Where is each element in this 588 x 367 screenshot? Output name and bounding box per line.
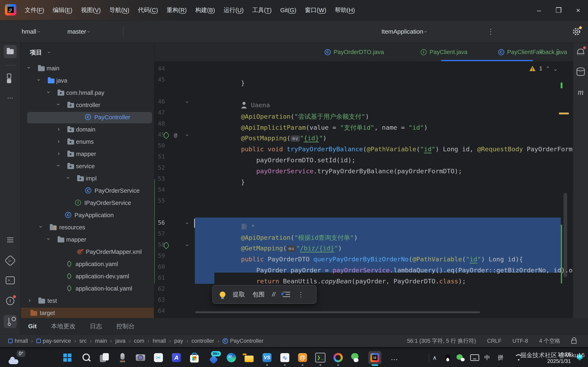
menu-item[interactable]: 帮助(H) bbox=[330, 0, 359, 20]
breadcrumb-item[interactable]: C PayController bbox=[223, 338, 264, 344]
services-icon[interactable]: ▷ bbox=[4, 254, 17, 267]
line-number[interactable]: 52 bbox=[154, 164, 165, 171]
intention-bulb-icon[interactable] bbox=[220, 292, 225, 297]
maven-icon[interactable]: m bbox=[574, 85, 587, 99]
file-explorer-icon[interactable] bbox=[242, 351, 256, 364]
todo-icon[interactable] bbox=[4, 234, 17, 247]
tree-chevron-icon[interactable] bbox=[67, 174, 75, 181]
tool-window-tab[interactable]: 控制台 bbox=[116, 322, 135, 331]
task-view-icon[interactable] bbox=[98, 351, 111, 364]
tree-chevron-icon[interactable] bbox=[48, 235, 55, 242]
menu-item[interactable]: 窗口(W) bbox=[301, 0, 330, 20]
tool-window-tab[interactable]: 日志 bbox=[90, 322, 102, 331]
tree-row[interactable]: C PayController bbox=[21, 111, 154, 124]
app-a-icon[interactable]: A bbox=[170, 351, 183, 364]
microsoft-store-icon[interactable] bbox=[188, 351, 201, 364]
hidden-tabs-chevron-icon[interactable]: › bbox=[538, 51, 545, 53]
editor-tab[interactable]: C PayOrderDTO.java bbox=[318, 43, 389, 61]
tree-row[interactable]: test bbox=[21, 295, 154, 307]
tray-expand-icon[interactable]: ∧ bbox=[429, 352, 440, 363]
line-number[interactable]: 56 bbox=[154, 219, 165, 226]
line-number[interactable]: 64 bbox=[154, 307, 165, 314]
camera-icon[interactable] bbox=[134, 351, 147, 364]
line-number[interactable]: 61 bbox=[154, 274, 165, 281]
breadcrumb-item[interactable]: pay-service bbox=[36, 338, 79, 344]
inspections-widget[interactable]: 1 ⌃ ⌃ bbox=[529, 65, 558, 72]
editor-horizontal-scrollbar[interactable] bbox=[195, 311, 480, 313]
tree-row[interactable]: controller bbox=[21, 99, 154, 111]
project-folder-icon[interactable] bbox=[4, 45, 17, 58]
tree-row[interactable]: application-dev.yaml bbox=[21, 271, 154, 283]
menu-item[interactable]: 编辑(E) bbox=[48, 0, 77, 20]
tree-row[interactable]: com.hmall.pay bbox=[21, 87, 154, 99]
line-number[interactable]: 57 bbox=[154, 230, 165, 237]
line-number[interactable]: 45 bbox=[154, 76, 165, 83]
gutter-icon[interactable] bbox=[183, 241, 191, 250]
wechat-icon[interactable] bbox=[350, 351, 363, 364]
tree-row[interactable]: C PayOrderService bbox=[21, 185, 154, 197]
minimize-button[interactable]: – bbox=[529, 0, 549, 20]
terminal-icon[interactable]: >_ bbox=[4, 274, 17, 287]
tree-chevron-icon[interactable] bbox=[58, 138, 65, 145]
more-tool-windows-icon[interactable]: ⋯ bbox=[4, 91, 17, 104]
line-number[interactable]: 63 bbox=[154, 296, 165, 303]
encoding[interactable]: UTF-8 bbox=[512, 338, 528, 344]
tree-row[interactable]: PayOrderMapper.xml bbox=[21, 246, 154, 258]
line-ending[interactable]: CRLF bbox=[487, 338, 502, 344]
breadcrumb-item[interactable]: src bbox=[79, 338, 95, 344]
version-control-icon[interactable] bbox=[4, 315, 17, 328]
tree-row[interactable]: main bbox=[21, 63, 154, 75]
database-icon[interactable] bbox=[574, 66, 587, 78]
tree-row[interactable]: mapper bbox=[21, 234, 154, 246]
line-number[interactable]: 46 bbox=[154, 98, 165, 105]
structure-icon[interactable] bbox=[4, 71, 17, 84]
branch-selector[interactable]: master › bbox=[67, 20, 90, 43]
tree-row[interactable]: C PayApplication bbox=[21, 209, 154, 222]
tree-row[interactable]: java bbox=[21, 75, 154, 87]
qq-tray-icon[interactable] bbox=[442, 352, 453, 363]
tree-row[interactable]: mapper bbox=[21, 148, 154, 160]
line-number[interactable]: 51 bbox=[154, 153, 165, 160]
gutter-icon[interactable] bbox=[183, 218, 191, 227]
breadcrumb-item[interactable]: controller bbox=[191, 338, 223, 344]
unlock-icon[interactable] bbox=[571, 340, 577, 344]
caret-position[interactable]: 56:1 (305 字符, 5 行 换行符) bbox=[407, 337, 476, 345]
qq-badge-icon[interactable]: 99+ bbox=[207, 351, 220, 364]
gutter-icon[interactable] bbox=[183, 131, 191, 140]
terminal-app-icon[interactable]: ❯_ bbox=[314, 351, 327, 364]
line-number[interactable]: 44 bbox=[154, 65, 165, 72]
tree-chevron-icon[interactable] bbox=[58, 125, 65, 132]
tree-row[interactable]: target bbox=[21, 307, 154, 319]
breadcrumb-item[interactable]: pay bbox=[174, 338, 191, 344]
weather-widget[interactable]: 0° bbox=[7, 350, 32, 366]
line-number[interactable]: 55 bbox=[154, 197, 165, 204]
line-number[interactable]: 62 bbox=[154, 285, 165, 292]
menu-item[interactable]: Git(G) bbox=[276, 0, 301, 20]
task-manager-icon[interactable]: ∿ bbox=[278, 351, 291, 364]
gutter-icon[interactable] bbox=[162, 241, 170, 250]
gutter-icon[interactable] bbox=[183, 98, 191, 106]
settings-gear-icon[interactable] bbox=[571, 26, 582, 37]
voice-input-icon[interactable] bbox=[116, 351, 129, 364]
more-actions-button[interactable]: ⋮ bbox=[487, 20, 494, 43]
problems-icon[interactable]: ! bbox=[4, 294, 17, 308]
tree-row[interactable]: domain bbox=[21, 124, 154, 136]
menu-item[interactable]: 重构(R) bbox=[162, 0, 191, 20]
ime-keyboard-icon[interactable] bbox=[469, 352, 480, 363]
tree-row[interactable]: application.yaml bbox=[21, 258, 154, 271]
menu-item[interactable]: 运行(U) bbox=[219, 0, 248, 20]
edge-icon[interactable] bbox=[225, 351, 238, 364]
editor-tab[interactable]: I PayClient.java bbox=[414, 43, 472, 61]
tree-chevron-icon[interactable] bbox=[28, 64, 35, 71]
tree-chevron-icon[interactable] bbox=[38, 76, 45, 83]
more-options-icon[interactable]: ⋮ bbox=[297, 290, 304, 299]
menu-item[interactable]: 工具(T) bbox=[248, 0, 276, 20]
gutter-icon[interactable] bbox=[172, 131, 180, 140]
tree-chevron-icon[interactable] bbox=[58, 162, 65, 169]
start-button[interactable] bbox=[61, 351, 74, 364]
menu-item[interactable]: 构建(B) bbox=[191, 0, 219, 20]
prev-problem-icon[interactable]: ⌃ bbox=[546, 66, 550, 72]
wechat-tray-icon[interactable] bbox=[455, 352, 466, 363]
tree-chevron-icon[interactable] bbox=[29, 297, 36, 304]
tree-row[interactable]: I IPayOrderService bbox=[21, 197, 154, 209]
